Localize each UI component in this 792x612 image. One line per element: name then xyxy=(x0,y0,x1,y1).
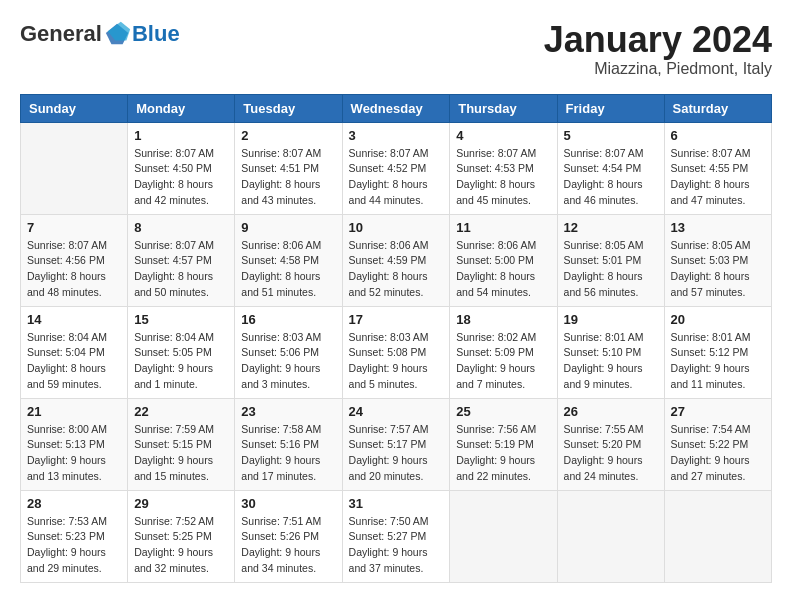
day-number: 12 xyxy=(564,220,658,235)
day-info: Sunrise: 8:05 AMSunset: 5:03 PMDaylight:… xyxy=(671,238,765,301)
day-number: 10 xyxy=(349,220,444,235)
calendar-cell: 12Sunrise: 8:05 AMSunset: 5:01 PMDayligh… xyxy=(557,214,664,306)
day-info: Sunrise: 7:55 AMSunset: 5:20 PMDaylight:… xyxy=(564,422,658,485)
calendar-row: 7Sunrise: 8:07 AMSunset: 4:56 PMDaylight… xyxy=(21,214,772,306)
weekday-header: Sunday xyxy=(21,94,128,122)
day-info: Sunrise: 8:07 AMSunset: 4:52 PMDaylight:… xyxy=(349,146,444,209)
day-number: 25 xyxy=(456,404,550,419)
calendar-cell: 20Sunrise: 8:01 AMSunset: 5:12 PMDayligh… xyxy=(664,306,771,398)
day-number: 30 xyxy=(241,496,335,511)
calendar-cell: 11Sunrise: 8:06 AMSunset: 5:00 PMDayligh… xyxy=(450,214,557,306)
weekday-header: Thursday xyxy=(450,94,557,122)
calendar-cell: 23Sunrise: 7:58 AMSunset: 5:16 PMDayligh… xyxy=(235,398,342,490)
day-info: Sunrise: 8:07 AMSunset: 4:50 PMDaylight:… xyxy=(134,146,228,209)
calendar-row: 21Sunrise: 8:00 AMSunset: 5:13 PMDayligh… xyxy=(21,398,772,490)
day-number: 22 xyxy=(134,404,228,419)
day-number: 17 xyxy=(349,312,444,327)
day-info: Sunrise: 8:07 AMSunset: 4:55 PMDaylight:… xyxy=(671,146,765,209)
day-info: Sunrise: 8:01 AMSunset: 5:12 PMDaylight:… xyxy=(671,330,765,393)
day-number: 31 xyxy=(349,496,444,511)
weekday-header: Saturday xyxy=(664,94,771,122)
logo: General Blue xyxy=(20,20,180,48)
day-number: 3 xyxy=(349,128,444,143)
calendar-table: SundayMondayTuesdayWednesdayThursdayFrid… xyxy=(20,94,772,583)
day-number: 1 xyxy=(134,128,228,143)
day-info: Sunrise: 8:01 AMSunset: 5:10 PMDaylight:… xyxy=(564,330,658,393)
day-number: 13 xyxy=(671,220,765,235)
day-number: 2 xyxy=(241,128,335,143)
logo-blue-text: Blue xyxy=(132,21,180,47)
day-info: Sunrise: 8:05 AMSunset: 5:01 PMDaylight:… xyxy=(564,238,658,301)
day-info: Sunrise: 8:06 AMSunset: 4:58 PMDaylight:… xyxy=(241,238,335,301)
calendar-cell: 21Sunrise: 8:00 AMSunset: 5:13 PMDayligh… xyxy=(21,398,128,490)
day-number: 6 xyxy=(671,128,765,143)
day-info: Sunrise: 8:07 AMSunset: 4:56 PMDaylight:… xyxy=(27,238,121,301)
day-number: 11 xyxy=(456,220,550,235)
calendar-cell: 29Sunrise: 7:52 AMSunset: 5:25 PMDayligh… xyxy=(128,490,235,582)
logo-general-text: General xyxy=(20,21,102,47)
day-number: 9 xyxy=(241,220,335,235)
weekday-header: Tuesday xyxy=(235,94,342,122)
page-header: General Blue January 2024 Miazzina, Pied… xyxy=(20,20,772,78)
day-info: Sunrise: 8:07 AMSunset: 4:57 PMDaylight:… xyxy=(134,238,228,301)
weekday-header: Friday xyxy=(557,94,664,122)
calendar-cell xyxy=(557,490,664,582)
day-info: Sunrise: 7:59 AMSunset: 5:15 PMDaylight:… xyxy=(134,422,228,485)
day-number: 20 xyxy=(671,312,765,327)
calendar-cell: 30Sunrise: 7:51 AMSunset: 5:26 PMDayligh… xyxy=(235,490,342,582)
day-info: Sunrise: 7:53 AMSunset: 5:23 PMDaylight:… xyxy=(27,514,121,577)
calendar-row: 1Sunrise: 8:07 AMSunset: 4:50 PMDaylight… xyxy=(21,122,772,214)
day-number: 8 xyxy=(134,220,228,235)
day-info: Sunrise: 8:06 AMSunset: 5:00 PMDaylight:… xyxy=(456,238,550,301)
calendar-cell: 18Sunrise: 8:02 AMSunset: 5:09 PMDayligh… xyxy=(450,306,557,398)
logo-icon xyxy=(104,20,132,48)
day-info: Sunrise: 7:56 AMSunset: 5:19 PMDaylight:… xyxy=(456,422,550,485)
calendar-row: 28Sunrise: 7:53 AMSunset: 5:23 PMDayligh… xyxy=(21,490,772,582)
day-info: Sunrise: 8:04 AMSunset: 5:05 PMDaylight:… xyxy=(134,330,228,393)
day-number: 16 xyxy=(241,312,335,327)
calendar-cell: 15Sunrise: 8:04 AMSunset: 5:05 PMDayligh… xyxy=(128,306,235,398)
calendar-cell: 5Sunrise: 8:07 AMSunset: 4:54 PMDaylight… xyxy=(557,122,664,214)
day-info: Sunrise: 8:02 AMSunset: 5:09 PMDaylight:… xyxy=(456,330,550,393)
month-title: January 2024 xyxy=(544,20,772,60)
location-title: Miazzina, Piedmont, Italy xyxy=(544,60,772,78)
calendar-cell xyxy=(21,122,128,214)
day-info: Sunrise: 8:07 AMSunset: 4:51 PMDaylight:… xyxy=(241,146,335,209)
day-number: 19 xyxy=(564,312,658,327)
day-info: Sunrise: 7:58 AMSunset: 5:16 PMDaylight:… xyxy=(241,422,335,485)
calendar-cell: 3Sunrise: 8:07 AMSunset: 4:52 PMDaylight… xyxy=(342,122,450,214)
calendar-row: 14Sunrise: 8:04 AMSunset: 5:04 PMDayligh… xyxy=(21,306,772,398)
calendar-cell: 1Sunrise: 8:07 AMSunset: 4:50 PMDaylight… xyxy=(128,122,235,214)
calendar-cell: 6Sunrise: 8:07 AMSunset: 4:55 PMDaylight… xyxy=(664,122,771,214)
calendar-cell: 25Sunrise: 7:56 AMSunset: 5:19 PMDayligh… xyxy=(450,398,557,490)
day-info: Sunrise: 8:06 AMSunset: 4:59 PMDaylight:… xyxy=(349,238,444,301)
calendar-cell: 22Sunrise: 7:59 AMSunset: 5:15 PMDayligh… xyxy=(128,398,235,490)
day-number: 14 xyxy=(27,312,121,327)
calendar-cell: 4Sunrise: 8:07 AMSunset: 4:53 PMDaylight… xyxy=(450,122,557,214)
calendar-cell: 13Sunrise: 8:05 AMSunset: 5:03 PMDayligh… xyxy=(664,214,771,306)
day-info: Sunrise: 8:03 AMSunset: 5:08 PMDaylight:… xyxy=(349,330,444,393)
day-number: 7 xyxy=(27,220,121,235)
day-info: Sunrise: 7:54 AMSunset: 5:22 PMDaylight:… xyxy=(671,422,765,485)
day-number: 21 xyxy=(27,404,121,419)
day-number: 27 xyxy=(671,404,765,419)
calendar-cell: 7Sunrise: 8:07 AMSunset: 4:56 PMDaylight… xyxy=(21,214,128,306)
weekday-header: Wednesday xyxy=(342,94,450,122)
calendar-cell: 27Sunrise: 7:54 AMSunset: 5:22 PMDayligh… xyxy=(664,398,771,490)
title-block: January 2024 Miazzina, Piedmont, Italy xyxy=(544,20,772,78)
day-info: Sunrise: 7:50 AMSunset: 5:27 PMDaylight:… xyxy=(349,514,444,577)
calendar-cell: 8Sunrise: 8:07 AMSunset: 4:57 PMDaylight… xyxy=(128,214,235,306)
day-number: 28 xyxy=(27,496,121,511)
calendar-cell: 9Sunrise: 8:06 AMSunset: 4:58 PMDaylight… xyxy=(235,214,342,306)
day-number: 15 xyxy=(134,312,228,327)
calendar-cell: 24Sunrise: 7:57 AMSunset: 5:17 PMDayligh… xyxy=(342,398,450,490)
weekday-header-row: SundayMondayTuesdayWednesdayThursdayFrid… xyxy=(21,94,772,122)
calendar-cell: 16Sunrise: 8:03 AMSunset: 5:06 PMDayligh… xyxy=(235,306,342,398)
day-info: Sunrise: 8:07 AMSunset: 4:54 PMDaylight:… xyxy=(564,146,658,209)
calendar-cell: 31Sunrise: 7:50 AMSunset: 5:27 PMDayligh… xyxy=(342,490,450,582)
calendar-cell: 26Sunrise: 7:55 AMSunset: 5:20 PMDayligh… xyxy=(557,398,664,490)
day-info: Sunrise: 8:04 AMSunset: 5:04 PMDaylight:… xyxy=(27,330,121,393)
day-number: 26 xyxy=(564,404,658,419)
day-number: 5 xyxy=(564,128,658,143)
day-number: 29 xyxy=(134,496,228,511)
